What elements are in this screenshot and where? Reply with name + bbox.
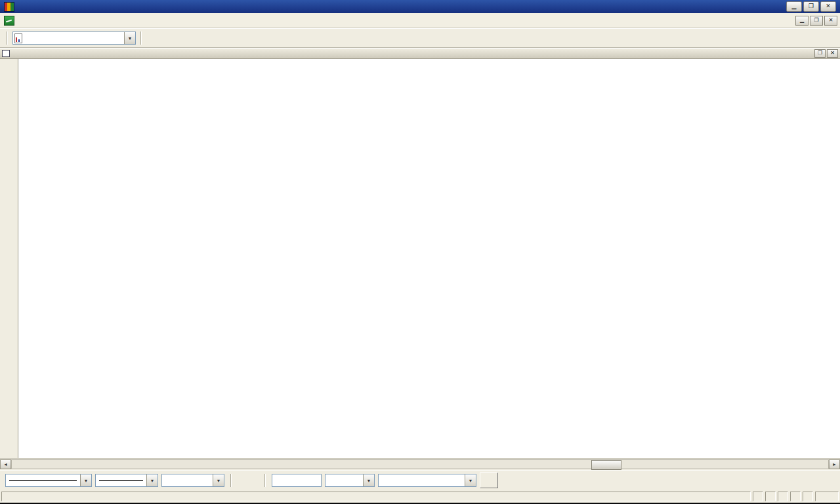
status-clock	[790, 492, 801, 501]
status-bar	[0, 490, 840, 503]
vendor-dropdown-icon[interactable]: ▼	[465, 474, 476, 486]
indicator-quicklist-combo[interactable]: ▼	[12, 32, 136, 45]
status-datalink-indicator	[803, 492, 813, 501]
line-style-dropdown-icon[interactable]: ▼	[80, 474, 91, 486]
status-date	[753, 492, 763, 501]
hscroll-thumb[interactable]	[591, 460, 621, 470]
color-dropdown-icon[interactable]: ▼	[213, 474, 224, 486]
drawing-tools-toolbar	[0, 59, 18, 458]
hscroll-left-arrow[interactable]: ◄	[0, 459, 11, 469]
chart-window-icon[interactable]	[2, 50, 10, 57]
period-dropdown-icon[interactable]: ▼	[363, 474, 374, 486]
chart-document-icon[interactable]	[4, 16, 14, 26]
chart-window	[18, 59, 840, 458]
close-button[interactable]: ✕	[820, 1, 836, 12]
trade-button[interactable]	[480, 472, 498, 488]
child-window-controls: ▁ ❐ ✕	[795, 16, 837, 26]
minimize-button[interactable]: ▁	[786, 1, 802, 12]
symbol-field[interactable]	[272, 474, 322, 487]
child-restore-button[interactable]: ❐	[810, 16, 823, 26]
child-minimize-button[interactable]: ▁	[795, 16, 808, 26]
scroll-row: ◄ ►	[0, 458, 840, 470]
color-picker-combo[interactable]: ▼	[161, 474, 224, 487]
line-weight-dropdown-icon[interactable]: ▼	[146, 474, 158, 486]
title-bar: ▁ ❐ ✕	[0, 0, 840, 13]
chart-window-titlebar: ❐ ✕	[0, 48, 840, 59]
line-weight-sample	[99, 480, 143, 481]
metastock-window: ▁ ❐ ✕ ▁ ❐ ✕ ▼ ❐ ✕	[0, 0, 840, 504]
quicklist-icon	[14, 33, 22, 43]
status-help-text	[1, 492, 751, 501]
hscroll-right-arrow[interactable]: ►	[829, 459, 840, 469]
status-time	[765, 492, 776, 501]
combo-dropdown-icon[interactable]: ▼	[124, 32, 135, 44]
line-style-sample	[9, 480, 77, 481]
chart-close-button[interactable]: ✕	[827, 49, 838, 58]
period-combo[interactable]: ▼	[325, 474, 375, 487]
line-style-combo[interactable]: ▼	[5, 474, 92, 487]
chart-restore-button[interactable]: ❐	[814, 49, 826, 58]
main-toolbar: ▼	[0, 28, 840, 48]
child-close-button[interactable]: ✕	[824, 16, 837, 26]
status-price	[778, 492, 788, 501]
status-grip	[815, 492, 839, 501]
line-weight-combo[interactable]: ▼	[95, 474, 158, 487]
hscroll-track[interactable]	[11, 459, 829, 469]
restore-button[interactable]: ❐	[803, 1, 819, 12]
bottom-toolbar: ▼ ▼ ▼ ▼ ▼	[0, 470, 840, 490]
chart-canvas[interactable]	[18, 59, 840, 446]
menu-bar: ▁ ❐ ✕	[0, 13, 840, 28]
app-icon	[4, 2, 14, 12]
vendor-combo[interactable]: ▼	[378, 474, 476, 487]
